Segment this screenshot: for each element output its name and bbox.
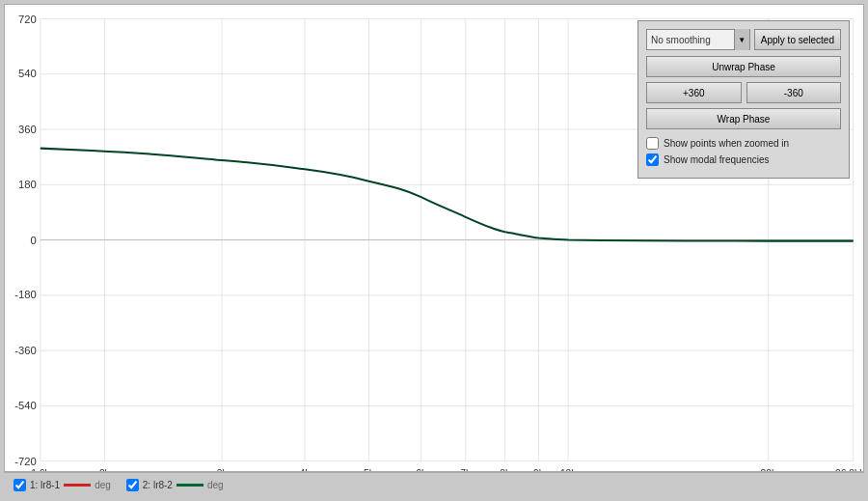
legend-checkbox-2[interactable] xyxy=(126,479,139,491)
svg-text:720: 720 xyxy=(18,14,37,25)
svg-text:0: 0 xyxy=(30,235,36,246)
svg-text:8k: 8k xyxy=(500,468,511,471)
legend-line-green-2 xyxy=(176,484,203,487)
offset-row: +360 -360 xyxy=(646,82,841,103)
controls-panel: No smoothing ▼ Apply to selected Unwrap … xyxy=(637,20,850,179)
smoothing-row: No smoothing ▼ Apply to selected xyxy=(646,29,841,50)
wrap-phase-button[interactable]: Wrap Phase xyxy=(646,108,841,129)
svg-text:-360: -360 xyxy=(14,345,37,356)
svg-text:1,6k: 1,6k xyxy=(31,468,50,471)
show-points-row: Show points when zoomed in xyxy=(646,137,841,150)
smoothing-value: No smoothing xyxy=(647,35,734,45)
show-points-label: Show points when zoomed in xyxy=(664,138,789,149)
smoothing-select[interactable]: No smoothing ▼ xyxy=(646,29,750,50)
svg-text:-540: -540 xyxy=(14,400,37,411)
svg-text:2k: 2k xyxy=(99,468,111,471)
legend-bar: 1: lr8-1 deg 2: lr8-2 deg xyxy=(4,472,864,497)
legend-item-2: 2: lr8-2 deg xyxy=(126,479,224,491)
legend-label-2: 2: lr8-2 xyxy=(143,480,173,490)
smoothing-dropdown-arrow[interactable]: ▼ xyxy=(734,29,749,50)
svg-text:540: 540 xyxy=(18,68,37,79)
unwrap-phase-button[interactable]: Unwrap Phase xyxy=(646,56,841,77)
apply-selected-button[interactable]: Apply to selected xyxy=(754,29,841,50)
legend-unit-1: deg xyxy=(95,480,111,490)
show-modal-checkbox[interactable] xyxy=(646,153,659,166)
legend-checkbox-1[interactable] xyxy=(14,479,26,491)
svg-text:-180: -180 xyxy=(14,289,37,300)
svg-text:-720: -720 xyxy=(14,456,37,467)
svg-text:7k: 7k xyxy=(460,468,472,471)
legend-line-red-1 xyxy=(64,484,91,487)
main-container: deg 720 540 360 180 0 -180 -360 - xyxy=(0,0,868,501)
svg-text:180: 180 xyxy=(18,179,37,190)
show-points-checkbox[interactable] xyxy=(646,137,659,150)
legend-item-1: 1: lr8-1 deg xyxy=(14,479,111,491)
svg-text:6k: 6k xyxy=(416,468,427,471)
svg-text:9k: 9k xyxy=(533,468,545,471)
svg-text:3k: 3k xyxy=(217,468,229,471)
svg-text:4k: 4k xyxy=(300,468,312,471)
show-modal-label: Show modal frequencies xyxy=(664,154,770,165)
svg-text:20k: 20k xyxy=(761,468,777,471)
svg-text:5k: 5k xyxy=(364,468,375,471)
svg-text:10k: 10k xyxy=(560,468,577,471)
legend-unit-2: deg xyxy=(207,480,224,490)
show-modal-row: Show modal frequencies xyxy=(646,153,841,166)
plus360-button[interactable]: +360 xyxy=(646,82,742,103)
legend-label-1: 1: lr8-1 xyxy=(30,480,60,490)
minus360-button[interactable]: -360 xyxy=(746,82,842,103)
svg-text:26,8kHz: 26,8kHz xyxy=(835,468,863,471)
svg-text:360: 360 xyxy=(18,124,37,135)
chart-area: deg 720 540 360 180 0 -180 -360 - xyxy=(4,4,864,472)
